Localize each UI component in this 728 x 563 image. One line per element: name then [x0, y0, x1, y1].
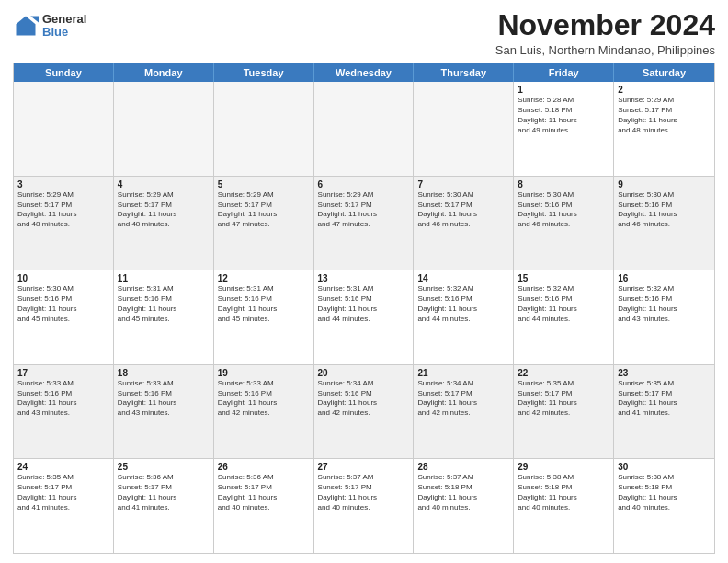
- day-number: 24: [17, 462, 109, 472]
- cal-cell: 6Sunrise: 5:29 AM Sunset: 5:17 PM Daylig…: [314, 177, 415, 270]
- day-number: 10: [17, 273, 109, 283]
- logo: General Blue: [13, 13, 86, 40]
- calendar: SundayMondayTuesdayWednesdayThursdayFrid…: [13, 63, 715, 554]
- day-info: Sunrise: 5:32 AM Sunset: 5:16 PM Dayligh…: [618, 284, 711, 324]
- cal-header-monday: Monday: [114, 63, 214, 82]
- day-info: Sunrise: 5:30 AM Sunset: 5:17 PM Dayligh…: [417, 190, 509, 230]
- cal-cell: 10Sunrise: 5:30 AM Sunset: 5:16 PM Dayli…: [14, 270, 114, 364]
- day-number: 25: [118, 462, 210, 472]
- day-number: 5: [218, 179, 310, 190]
- day-info: Sunrise: 5:32 AM Sunset: 5:16 PM Dayligh…: [417, 284, 509, 324]
- day-number: 6: [318, 179, 410, 190]
- day-number: 20: [318, 368, 410, 378]
- cal-cell: 26Sunrise: 5:36 AM Sunset: 5:17 PM Dayli…: [214, 459, 314, 553]
- cal-header-wednesday: Wednesday: [314, 63, 415, 82]
- day-number: 17: [17, 368, 109, 378]
- day-info: Sunrise: 5:34 AM Sunset: 5:17 PM Dayligh…: [417, 379, 509, 419]
- day-info: Sunrise: 5:31 AM Sunset: 5:16 PM Dayligh…: [118, 284, 210, 324]
- cal-cell: 17Sunrise: 5:33 AM Sunset: 5:16 PM Dayli…: [14, 365, 114, 459]
- cal-cell: 21Sunrise: 5:34 AM Sunset: 5:17 PM Dayli…: [414, 365, 514, 459]
- cal-cell: 2Sunrise: 5:29 AM Sunset: 5:17 PM Daylig…: [614, 82, 714, 176]
- day-info: Sunrise: 5:30 AM Sunset: 5:16 PM Dayligh…: [518, 190, 609, 230]
- day-info: Sunrise: 5:35 AM Sunset: 5:17 PM Dayligh…: [618, 379, 711, 419]
- day-info: Sunrise: 5:37 AM Sunset: 5:17 PM Dayligh…: [318, 473, 410, 512]
- cal-week-3: 10Sunrise: 5:30 AM Sunset: 5:16 PM Dayli…: [14, 270, 714, 365]
- calendar-body: 1Sunrise: 5:28 AM Sunset: 5:18 PM Daylig…: [14, 82, 714, 553]
- cal-week-5: 24Sunrise: 5:35 AM Sunset: 5:17 PM Dayli…: [14, 459, 714, 553]
- day-number: 30: [618, 462, 711, 472]
- day-number: 9: [618, 179, 711, 190]
- cal-week-2: 3Sunrise: 5:29 AM Sunset: 5:17 PM Daylig…: [14, 177, 714, 271]
- cal-cell: 1Sunrise: 5:28 AM Sunset: 5:18 PM Daylig…: [514, 82, 614, 176]
- cal-cell: 20Sunrise: 5:34 AM Sunset: 5:16 PM Dayli…: [314, 365, 415, 459]
- cal-cell: 8Sunrise: 5:30 AM Sunset: 5:16 PM Daylig…: [514, 177, 614, 270]
- day-info: Sunrise: 5:30 AM Sunset: 5:16 PM Dayligh…: [17, 284, 109, 324]
- day-number: 11: [118, 273, 210, 283]
- cal-cell: 19Sunrise: 5:33 AM Sunset: 5:16 PM Dayli…: [214, 365, 314, 459]
- cal-header-tuesday: Tuesday: [214, 63, 314, 82]
- cal-cell: 13Sunrise: 5:31 AM Sunset: 5:16 PM Dayli…: [314, 270, 415, 364]
- day-number: 28: [417, 462, 509, 472]
- cal-cell: 29Sunrise: 5:38 AM Sunset: 5:18 PM Dayli…: [514, 459, 614, 553]
- day-info: Sunrise: 5:29 AM Sunset: 5:17 PM Dayligh…: [218, 190, 310, 230]
- day-number: 7: [417, 179, 509, 190]
- calendar-header: SundayMondayTuesdayWednesdayThursdayFrid…: [14, 63, 714, 82]
- cal-cell: [14, 82, 114, 176]
- day-info: Sunrise: 5:38 AM Sunset: 5:18 PM Dayligh…: [618, 473, 711, 512]
- day-info: Sunrise: 5:31 AM Sunset: 5:16 PM Dayligh…: [218, 284, 310, 324]
- day-number: 4: [118, 179, 210, 190]
- cal-cell: 4Sunrise: 5:29 AM Sunset: 5:17 PM Daylig…: [114, 177, 214, 270]
- day-number: 29: [518, 462, 609, 472]
- day-info: Sunrise: 5:31 AM Sunset: 5:16 PM Dayligh…: [318, 284, 410, 324]
- cal-cell: 28Sunrise: 5:37 AM Sunset: 5:18 PM Dayli…: [414, 459, 514, 553]
- day-info: Sunrise: 5:33 AM Sunset: 5:16 PM Dayligh…: [118, 379, 210, 419]
- cal-cell: 25Sunrise: 5:36 AM Sunset: 5:17 PM Dayli…: [114, 459, 214, 553]
- day-info: Sunrise: 5:35 AM Sunset: 5:17 PM Dayligh…: [17, 473, 109, 512]
- logo-icon: [13, 13, 39, 39]
- day-number: 8: [518, 179, 609, 190]
- day-info: Sunrise: 5:36 AM Sunset: 5:17 PM Dayligh…: [218, 473, 310, 512]
- day-number: 21: [417, 368, 509, 378]
- day-number: 18: [118, 368, 210, 378]
- day-number: 14: [417, 273, 509, 283]
- cal-cell: 30Sunrise: 5:38 AM Sunset: 5:18 PM Dayli…: [614, 459, 714, 553]
- day-info: Sunrise: 5:37 AM Sunset: 5:18 PM Dayligh…: [417, 473, 509, 512]
- cal-cell: 15Sunrise: 5:32 AM Sunset: 5:16 PM Dayli…: [514, 270, 614, 364]
- cal-header-friday: Friday: [514, 63, 614, 82]
- day-info: Sunrise: 5:35 AM Sunset: 5:17 PM Dayligh…: [518, 379, 609, 419]
- logo-blue-text: Blue: [42, 26, 86, 39]
- cal-cell: 3Sunrise: 5:29 AM Sunset: 5:17 PM Daylig…: [14, 177, 114, 270]
- day-info: Sunrise: 5:32 AM Sunset: 5:16 PM Dayligh…: [518, 284, 609, 324]
- cal-cell: 11Sunrise: 5:31 AM Sunset: 5:16 PM Dayli…: [114, 270, 214, 364]
- day-info: Sunrise: 5:34 AM Sunset: 5:16 PM Dayligh…: [318, 379, 410, 419]
- title-block: November 2024 San Luis, Northern Mindana…: [495, 9, 715, 57]
- day-number: 23: [618, 368, 711, 378]
- day-info: Sunrise: 5:29 AM Sunset: 5:17 PM Dayligh…: [17, 190, 109, 230]
- logo-general-text: General: [42, 13, 86, 26]
- page: General Blue November 2024 San Luis, Nor…: [0, 0, 728, 563]
- logo-text: General Blue: [42, 13, 86, 40]
- cal-cell: 27Sunrise: 5:37 AM Sunset: 5:17 PM Dayli…: [314, 459, 415, 553]
- cal-cell: 22Sunrise: 5:35 AM Sunset: 5:17 PM Dayli…: [514, 365, 614, 459]
- cal-cell: 12Sunrise: 5:31 AM Sunset: 5:16 PM Dayli…: [214, 270, 314, 364]
- cal-week-1: 1Sunrise: 5:28 AM Sunset: 5:18 PM Daylig…: [14, 82, 714, 177]
- day-info: Sunrise: 5:29 AM Sunset: 5:17 PM Dayligh…: [618, 96, 711, 135]
- cal-week-4: 17Sunrise: 5:33 AM Sunset: 5:16 PM Dayli…: [14, 365, 714, 460]
- day-number: 16: [618, 273, 711, 283]
- cal-header-thursday: Thursday: [414, 63, 514, 82]
- day-number: 2: [618, 85, 711, 95]
- cal-cell: 9Sunrise: 5:30 AM Sunset: 5:16 PM Daylig…: [614, 177, 714, 270]
- day-number: 12: [218, 273, 310, 283]
- day-info: Sunrise: 5:33 AM Sunset: 5:16 PM Dayligh…: [218, 379, 310, 419]
- cal-cell: 23Sunrise: 5:35 AM Sunset: 5:17 PM Dayli…: [614, 365, 714, 459]
- cal-cell: 16Sunrise: 5:32 AM Sunset: 5:16 PM Dayli…: [614, 270, 714, 364]
- cal-cell: 7Sunrise: 5:30 AM Sunset: 5:17 PM Daylig…: [414, 177, 514, 270]
- location-subtitle: San Luis, Northern Mindanao, Philippines: [495, 43, 715, 57]
- day-number: 3: [17, 179, 109, 190]
- header: General Blue November 2024 San Luis, Nor…: [13, 9, 715, 57]
- cal-cell: 5Sunrise: 5:29 AM Sunset: 5:17 PM Daylig…: [214, 177, 314, 270]
- day-info: Sunrise: 5:38 AM Sunset: 5:18 PM Dayligh…: [518, 473, 609, 512]
- day-info: Sunrise: 5:33 AM Sunset: 5:16 PM Dayligh…: [17, 379, 109, 419]
- day-info: Sunrise: 5:29 AM Sunset: 5:17 PM Dayligh…: [118, 190, 210, 230]
- day-number: 19: [218, 368, 310, 378]
